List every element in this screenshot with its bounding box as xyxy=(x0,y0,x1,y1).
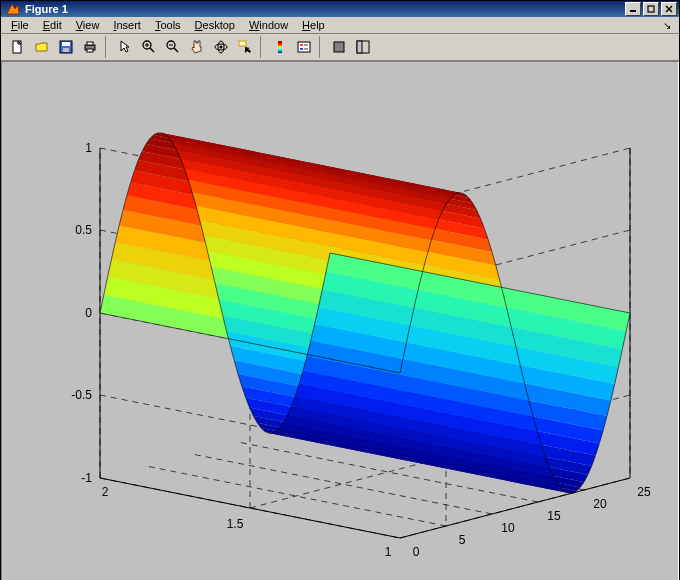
axes-3d[interactable]: -1 -0.5 0 0.5 1 2 1.5 1 0 5 10 15 20 xyxy=(18,78,662,578)
svg-rect-22 xyxy=(278,41,282,53)
menu-insert[interactable]: Insert xyxy=(107,17,147,33)
svg-rect-1 xyxy=(648,6,654,12)
x-tick: 15 xyxy=(547,509,561,523)
toolbar-group-annotate xyxy=(267,36,320,58)
svg-rect-23 xyxy=(298,42,310,52)
svg-rect-30 xyxy=(357,41,362,53)
y-tick: 1 xyxy=(385,545,392,559)
new-file-button[interactable] xyxy=(7,36,29,58)
menu-edit[interactable]: Edit xyxy=(37,17,68,33)
svg-rect-10 xyxy=(87,49,93,52)
svg-line-12 xyxy=(150,48,154,52)
minimize-button[interactable] xyxy=(625,2,641,16)
x-tick: 0 xyxy=(413,545,420,559)
svg-rect-9 xyxy=(87,42,93,45)
toolbar-group-explore xyxy=(112,36,261,58)
menu-window[interactable]: Window xyxy=(243,17,294,33)
zoom-out-button[interactable] xyxy=(162,36,184,58)
z-tick: -0.5 xyxy=(71,388,92,402)
pan-button[interactable] xyxy=(186,36,208,58)
menu-bar: File Edit View Insert Tools Desktop Wind… xyxy=(1,17,679,34)
toolbar-group-dock xyxy=(326,36,378,58)
z-tick: 0.5 xyxy=(75,223,92,237)
rotate-3d-button[interactable] xyxy=(210,36,232,58)
y-tick: 1.5 xyxy=(227,517,244,531)
toolbar xyxy=(1,34,679,61)
x-tick: 10 xyxy=(501,521,515,535)
zoom-in-button[interactable] xyxy=(138,36,160,58)
hide-tools-button[interactable] xyxy=(328,36,350,58)
dock-figure-button[interactable] xyxy=(352,36,374,58)
dock-corner-icon[interactable]: ↘ xyxy=(663,20,671,31)
y-tick: 2 xyxy=(102,485,109,499)
window-controls xyxy=(625,2,677,16)
toolbar-group-file xyxy=(5,36,106,58)
figure-canvas-area: -1 -0.5 0 0.5 1 2 1.5 1 0 5 10 15 20 xyxy=(1,61,679,580)
svg-rect-21 xyxy=(239,41,246,46)
z-tick: 0 xyxy=(85,306,92,320)
svg-rect-7 xyxy=(63,48,69,52)
insert-legend-button[interactable] xyxy=(293,36,315,58)
svg-rect-28 xyxy=(334,42,344,52)
x-tick: 5 xyxy=(459,533,466,547)
close-button[interactable] xyxy=(661,2,677,16)
menu-desktop[interactable]: Desktop xyxy=(189,17,241,33)
menu-view[interactable]: View xyxy=(70,17,106,33)
maximize-button[interactable] xyxy=(643,2,659,16)
menu-tools[interactable]: Tools xyxy=(149,17,187,33)
save-button[interactable] xyxy=(55,36,77,58)
menu-file[interactable]: File xyxy=(5,17,35,33)
window-title: Figure 1 xyxy=(25,3,625,15)
print-button[interactable] xyxy=(79,36,101,58)
open-file-button[interactable] xyxy=(31,36,53,58)
z-tick: 1 xyxy=(85,141,92,155)
z-tick: -1 xyxy=(81,471,92,485)
svg-line-16 xyxy=(174,48,178,52)
insert-colorbar-button[interactable] xyxy=(269,36,291,58)
data-cursor-button[interactable] xyxy=(234,36,256,58)
pointer-button[interactable] xyxy=(114,36,136,58)
x-tick: 25 xyxy=(637,485,651,499)
surface-plot: -1 -0.5 0 0.5 1 2 1.5 1 0 5 10 15 20 xyxy=(20,78,660,578)
svg-point-20 xyxy=(220,46,223,49)
figure-window: Figure 1 File Edit View Insert Tools Des… xyxy=(0,0,680,580)
menu-help[interactable]: Help xyxy=(296,17,331,33)
svg-rect-6 xyxy=(62,42,70,46)
title-bar[interactable]: Figure 1 xyxy=(1,1,679,17)
matlab-app-icon xyxy=(5,1,21,17)
x-tick: 20 xyxy=(593,497,607,511)
